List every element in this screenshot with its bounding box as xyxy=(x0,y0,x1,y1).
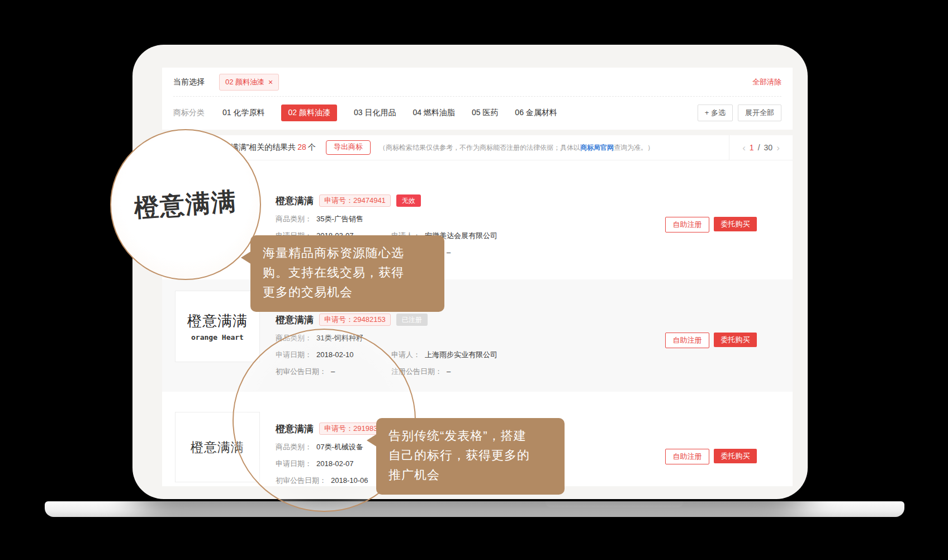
results-header: 为您检索到“橙意满满”相关的结果共28个 导出商标 （商标检索结果仅供参考，不作… xyxy=(162,135,793,160)
bubble-line: 海量精品商标资源随心选 xyxy=(263,243,432,263)
bubble-line: 推广机会 xyxy=(388,465,552,485)
field-value: 上海雨步实业有限公司 xyxy=(425,350,497,359)
trademark-title-line: 橙意满满 申请号：29474941 无效 xyxy=(276,194,644,207)
entrust-purchase-button[interactable]: 委托购买 xyxy=(714,217,757,231)
page-separator: / xyxy=(758,143,760,152)
magnifier-circle-top: 橙意满满 xyxy=(110,129,261,280)
row-actions: 自助注册 委托购买 xyxy=(665,217,757,232)
trademark-name[interactable]: 橙意满满 xyxy=(276,194,314,207)
trademark-title-line: 橙意满满 申请号：29482153 已注册 xyxy=(276,313,644,326)
category-actions: + 多选 展开全部 xyxy=(698,105,781,121)
field-label: 商品类别： xyxy=(276,215,312,223)
clear-all-button[interactable]: 全部清除 xyxy=(752,77,781,87)
self-register-button[interactable]: 自助注册 xyxy=(665,217,709,232)
page-total: 30 xyxy=(764,143,773,152)
bubble-line: 自己的标行，获得更多的 xyxy=(388,445,552,465)
selected-filter-tag[interactable]: 02 颜料油漆 × xyxy=(219,74,279,91)
stage: 当前选择 02 颜料油漆 × 全部清除 商标分类 01 化学原料 02 颜料油漆… xyxy=(0,0,948,560)
bubble-arrow-left-icon xyxy=(367,434,377,447)
magnified-trademark-text: 橙意满满 xyxy=(133,184,238,225)
bubble-arrow-left-icon xyxy=(241,251,252,264)
application-number-tag: 申请号：29482153 xyxy=(319,314,391,326)
disclaimer-pre: （商标检索结果仅供参考，不作为商标能否注册的法律依据；具体以 xyxy=(379,144,580,151)
status-badge-invalid: 无效 xyxy=(396,194,421,207)
category-item-04[interactable]: 04 燃料油脂 xyxy=(413,108,454,118)
field-label: 申请人： xyxy=(391,350,420,359)
filter-panel: 当前选择 02 颜料油漆 × 全部清除 商标分类 01 化学原料 02 颜料油漆… xyxy=(162,68,793,130)
category-item-06[interactable]: 06 金属材料 xyxy=(515,108,557,118)
bubble-line: 告别传统“发表格”，搭建 xyxy=(388,426,552,445)
callout-bubble-promo: 告别传统“发表格”，搭建 自己的标行，获得更多的 推广机会 xyxy=(376,418,565,495)
category-item-05[interactable]: 05 医药 xyxy=(472,108,498,118)
category-item-03[interactable]: 03 日化用品 xyxy=(354,108,396,118)
trademark-name[interactable]: 橙意满满 xyxy=(276,314,314,326)
application-number-tag: 申请号：29474941 xyxy=(319,194,391,207)
trademark-logo-text: 橙意满满 xyxy=(187,311,248,331)
official-site-link[interactable]: 商标局官网 xyxy=(580,144,614,151)
status-badge-registered: 已注册 xyxy=(396,314,428,326)
field-second-col: 申请人：上海雨步实业有限公司 xyxy=(391,350,497,360)
disclaimer: （商标检索结果仅供参考，不作为商标能否注册的法律依据；具体以商标局官网查询为准。… xyxy=(379,143,654,153)
multi-select-button[interactable]: + 多选 xyxy=(698,105,733,121)
row-actions: 自助注册 委托购买 xyxy=(665,333,757,348)
laptop-base-notch xyxy=(546,501,683,507)
next-page-icon[interactable]: › xyxy=(776,143,780,153)
category-bar: 商标分类 01 化学原料 02 颜料油漆 03 日化用品 04 燃料油脂 05 … xyxy=(162,97,793,129)
pagination: ‹ 1 / 30 › xyxy=(729,135,793,160)
trademark-image[interactable]: 橙意满满 orange Heart xyxy=(175,291,260,362)
expand-all-button[interactable]: 展开全部 xyxy=(738,105,781,121)
entrust-purchase-button[interactable]: 委托购买 xyxy=(714,449,757,463)
current-selection-label: 当前选择 xyxy=(173,77,205,87)
row-actions: 自助注册 委托购买 xyxy=(665,449,757,464)
prev-page-icon[interactable]: ‹ xyxy=(742,143,746,153)
current-selection-bar: 当前选择 02 颜料油漆 × 全部清除 xyxy=(162,68,793,96)
category-item-02-selected[interactable]: 02 颜料油漆 xyxy=(281,105,336,121)
self-register-button[interactable]: 自助注册 xyxy=(665,333,709,348)
results-summary-suffix: 个 xyxy=(308,143,316,151)
export-trademarks-button[interactable]: 导出商标 xyxy=(326,140,371,155)
selected-filter-tag-label: 02 颜料油漆 xyxy=(225,77,264,87)
entrust-purchase-button[interactable]: 委托购买 xyxy=(714,333,757,347)
self-register-button[interactable]: 自助注册 xyxy=(665,449,709,464)
category-filter-label: 商标分类 xyxy=(173,108,205,118)
field-line: 商品类别：35类-广告销售 xyxy=(276,214,644,224)
close-icon[interactable]: × xyxy=(268,78,273,86)
trademark-logo-subtext: orange Heart xyxy=(191,333,244,341)
bubble-line: 更多的交易机会 xyxy=(263,282,432,302)
field-value: – xyxy=(447,248,451,257)
disclaimer-post: 查询为准。） xyxy=(614,144,654,151)
laptop-base xyxy=(45,501,904,517)
callout-bubble-trade: 海量精品商标资源随心选 购。支持在线交易，获得 更多的交易机会 xyxy=(250,235,444,312)
category-item-01[interactable]: 01 化学原料 xyxy=(222,108,264,118)
page-current: 1 xyxy=(750,143,754,152)
field-value: 35类-广告销售 xyxy=(316,215,363,223)
bubble-line: 购。支持在线交易，获得 xyxy=(263,263,432,282)
field-value: – xyxy=(447,367,451,376)
results-count: 28 xyxy=(296,143,308,151)
